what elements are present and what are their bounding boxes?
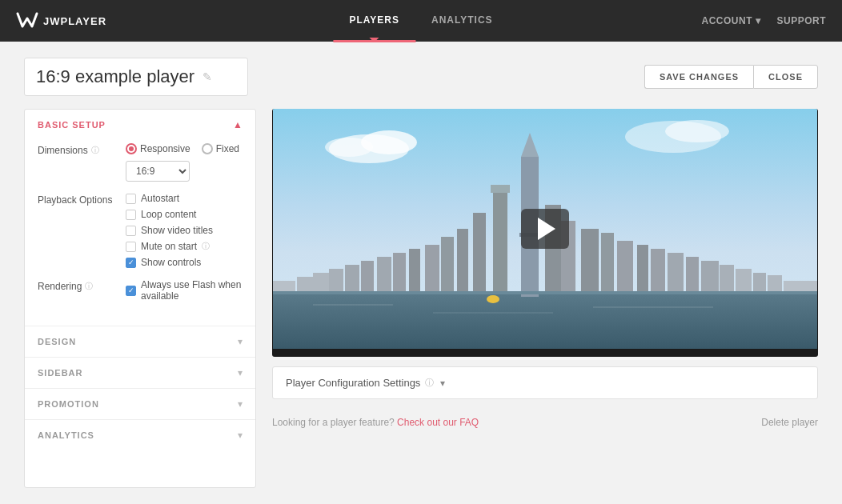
svg-point-5	[665, 120, 729, 142]
rendering-label: Rendering ⓘ	[38, 279, 118, 292]
nav-account[interactable]: ACCOUNT ▾	[701, 15, 760, 26]
svg-rect-25	[637, 245, 648, 294]
analytics-chevron-icon: ▾	[238, 430, 243, 441]
svg-rect-29	[668, 253, 684, 294]
design-title: DESIGN	[38, 337, 76, 346]
edit-icon[interactable]: ✎	[202, 70, 212, 83]
faq-link[interactable]: Check out our FAQ	[397, 417, 479, 428]
loop-box	[126, 210, 136, 220]
svg-rect-18	[457, 229, 468, 294]
close-button[interactable]: CLOSE	[753, 65, 818, 89]
autostart-checkbox[interactable]: Autostart	[126, 193, 243, 204]
svg-rect-19	[581, 229, 599, 294]
fixed-radio[interactable]: Fixed	[202, 143, 239, 154]
sidebar-title: SIDEBAR	[38, 368, 83, 378]
svg-rect-16	[473, 213, 486, 294]
responsive-radio[interactable]: Responsive	[126, 143, 190, 154]
video-container	[272, 109, 818, 357]
header-buttons: SAVE CHANGES CLOSE	[644, 65, 818, 89]
svg-rect-22	[425, 245, 439, 294]
config-bar: Player Configuration Settings ⓘ ▾	[272, 366, 818, 399]
svg-rect-37	[736, 269, 752, 294]
svg-rect-33	[701, 261, 719, 294]
autostart-box	[126, 194, 136, 204]
fixed-radio-dot	[202, 143, 213, 154]
svg-rect-28	[377, 257, 391, 294]
promotion-chevron-icon: ▾	[238, 398, 243, 410]
svg-rect-21	[601, 233, 614, 294]
basic-setup-title: BASIC SETUP	[38, 120, 106, 130]
playback-label: Playback Options	[38, 193, 118, 268]
promotion-section: PROMOTION ▾	[25, 389, 255, 420]
show-titles-checkbox[interactable]: Show video titles	[126, 225, 243, 236]
design-header[interactable]: DESIGN ▾	[25, 326, 255, 357]
show-controls-checkbox[interactable]: ✓ Show controls	[126, 257, 243, 268]
responsive-radio-dot	[126, 143, 137, 154]
analytics-header[interactable]: ANALYTICS ▾	[25, 420, 255, 450]
dimensions-label: Dimensions ⓘ	[38, 143, 118, 182]
design-section: DESIGN ▾	[25, 326, 255, 358]
right-panel: Player Configuration Settings ⓘ ▾ Lookin…	[272, 109, 818, 488]
page-header: 16:9 example player ✎ SAVE CHANGES CLOSE	[24, 58, 818, 96]
nav-analytics[interactable]: ANALYTICS	[415, 0, 509, 42]
logo: JWPLAYER	[16, 12, 106, 30]
loop-content-checkbox[interactable]: Loop content	[126, 209, 243, 220]
basic-setup-section: BASIC SETUP ▲ Dimensions ⓘ	[25, 110, 255, 326]
basic-setup-header[interactable]: BASIC SETUP ▲	[25, 110, 255, 140]
nav-players[interactable]: PLAYERS	[333, 0, 415, 42]
rendering-controls: ✓ Always use Flash when available	[126, 279, 243, 302]
playback-checkboxes: Autostart Loop content Show video titles	[126, 193, 243, 268]
svg-rect-34	[329, 269, 343, 294]
svg-rect-38	[753, 273, 766, 294]
svg-rect-32	[345, 265, 359, 294]
footer-left: Looking for a player feature? Check out …	[272, 417, 479, 428]
save-changes-button[interactable]: SAVE CHANGES	[644, 65, 753, 89]
play-triangle-icon	[538, 218, 555, 240]
basic-setup-chevron-icon: ▲	[233, 119, 243, 130]
rendering-row: Rendering ⓘ ✓ Always use Flash when avai…	[38, 279, 243, 302]
show-controls-box: ✓	[126, 258, 136, 268]
navbar-center: PLAYERS ANALYTICS	[333, 0, 508, 42]
svg-rect-31	[686, 257, 699, 294]
playback-controls: Autostart Loop content Show video titles	[126, 193, 243, 268]
svg-rect-23	[617, 241, 633, 294]
content-area: BASIC SETUP ▲ Dimensions ⓘ	[24, 109, 818, 488]
show-titles-box	[126, 226, 136, 236]
navbar-right: ACCOUNT ▾ SUPPORT	[701, 15, 826, 26]
svg-rect-13	[493, 189, 507, 294]
player-title: 16:9 example player	[36, 66, 194, 87]
bottom-bar: Looking for a player feature? Check out …	[272, 410, 818, 428]
config-info-icon[interactable]: ⓘ	[425, 377, 434, 389]
flash-box: ✓	[126, 286, 136, 296]
dimensions-info-icon[interactable]: ⓘ	[91, 145, 99, 156]
video-inner	[272, 109, 818, 349]
play-button[interactable]	[521, 209, 569, 249]
svg-rect-30	[361, 261, 374, 294]
looking-text: Looking for a player feature?	[272, 417, 395, 428]
mute-on-start-checkbox[interactable]: Mute on start ⓘ	[126, 241, 243, 252]
svg-rect-44	[273, 291, 817, 294]
nav-support[interactable]: SUPPORT	[776, 15, 826, 26]
logo-text: JWPLAYER	[43, 15, 106, 27]
promotion-header[interactable]: PROMOTION ▾	[25, 389, 255, 419]
analytics-section-left: ANALYTICS ▾	[25, 420, 255, 450]
config-dropdown-icon[interactable]: ▾	[440, 378, 445, 389]
delete-player-link[interactable]: Delete player	[761, 417, 818, 428]
playback-row: Playback Options Autostart Loop co	[38, 193, 243, 268]
logo-icon	[16, 12, 38, 30]
rendering-info-icon[interactable]: ⓘ	[85, 281, 93, 292]
svg-rect-6	[273, 293, 817, 349]
svg-point-43	[487, 295, 499, 303]
flash-checkbox[interactable]: ✓ Always use Flash when available	[126, 279, 243, 302]
svg-rect-35	[720, 265, 734, 294]
left-panel: BASIC SETUP ▲ Dimensions ⓘ	[24, 109, 256, 488]
sidebar-header[interactable]: SIDEBAR ▾	[25, 358, 255, 388]
aspect-ratio-select[interactable]: 16:9 4:3 1:1	[126, 161, 190, 182]
dimensions-radio-group: Responsive Fixed	[126, 143, 243, 154]
mute-info-icon: ⓘ	[202, 241, 210, 252]
basic-setup-body: Dimensions ⓘ Responsive	[25, 140, 255, 326]
mute-box	[126, 242, 136, 252]
svg-rect-24	[409, 249, 420, 294]
svg-rect-36	[313, 273, 329, 294]
config-label: Player Configuration Settings	[286, 377, 420, 389]
